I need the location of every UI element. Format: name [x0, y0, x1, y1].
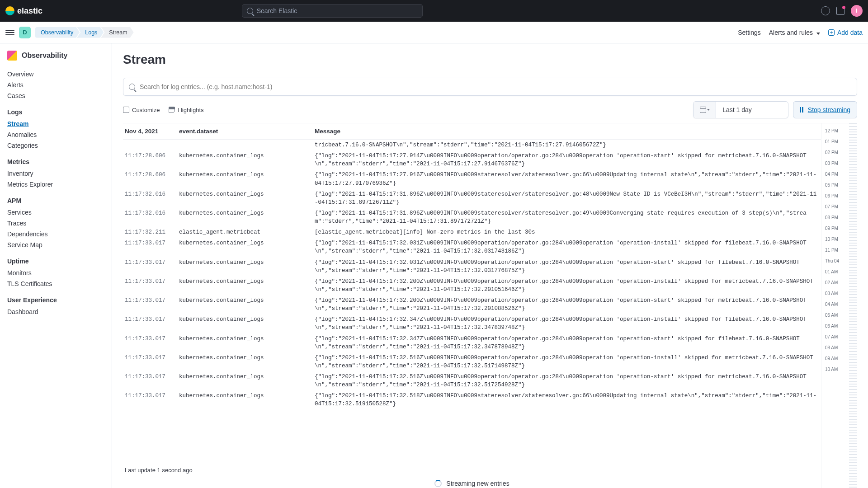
calendar-icon	[700, 107, 706, 113]
sidebar-item-cases[interactable]: Cases	[7, 90, 112, 101]
log-dataset: kubernetes.container_logs	[179, 152, 315, 168]
global-search-placeholder: Search Elastic	[257, 7, 297, 14]
sidebar-heading-user-experience: User Experience	[7, 296, 112, 304]
pause-icon	[800, 107, 804, 113]
log-row[interactable]: 11:17:28.606kubernetes.container_logs{"l…	[123, 169, 821, 188]
log-row[interactable]: 11:17:32.016kubernetes.container_logs{"l…	[123, 208, 821, 227]
elastic-logo-icon	[5, 6, 14, 15]
sliders-icon	[123, 107, 129, 113]
log-dataset: kubernetes.container_logs	[179, 258, 315, 275]
log-time: 11:17:28.606	[125, 152, 179, 168]
log-message: {"log":"2021-11-04T15:17:31.896Z\u0009IN…	[315, 190, 819, 206]
sidebar-item-overview[interactable]: Overview	[7, 69, 112, 80]
log-row[interactable]: 11:17:33.017kubernetes.container_logs{"l…	[123, 333, 821, 352]
log-time: 11:17:33.017	[125, 373, 179, 389]
space-selector[interactable]: D	[19, 27, 31, 38]
log-row[interactable]: 11:17:33.017kubernetes.container_logs{"l…	[123, 314, 821, 333]
log-dataset: kubernetes.container_logs	[179, 190, 315, 206]
log-dataset: elastic_agent.metricbeat	[179, 228, 315, 236]
log-message: {"log":"2021-11-04T15:17:32.200Z\u0009IN…	[315, 277, 819, 294]
log-row[interactable]: 11:17:33.017kubernetes.container_logs{"l…	[123, 276, 821, 295]
log-dataset: kubernetes.container_logs	[179, 354, 315, 370]
stream-button-label: Stop streaming	[808, 106, 850, 113]
log-dataset: kubernetes.container_logs	[179, 335, 315, 351]
sub-header: D ObservabilityLogsStream Settings Alert…	[0, 22, 868, 43]
newsfeed-icon[interactable]	[836, 7, 844, 15]
stop-streaming-button[interactable]: Stop streaming	[793, 101, 857, 118]
log-dataset	[179, 141, 315, 149]
nav-toggle-icon[interactable]	[5, 30, 14, 35]
log-search-input[interactable]	[123, 78, 857, 96]
observability-icon	[7, 51, 17, 61]
sidebar-title[interactable]: Observability	[7, 51, 112, 61]
sidebar-item-stream[interactable]: Stream	[7, 118, 112, 129]
chevron-down-icon	[816, 33, 820, 35]
highlight-icon	[169, 107, 175, 113]
log-message: {"log":"2021-11-04T15:17:32.518Z\u0009IN…	[315, 392, 819, 408]
minimap-density	[849, 123, 857, 488]
settings-link[interactable]: Settings	[738, 29, 761, 36]
log-row[interactable]: 11:17:33.017kubernetes.container_logs{"l…	[123, 295, 821, 314]
log-row[interactable]: 11:17:33.017kubernetes.container_logs{"l…	[123, 352, 821, 371]
sidebar-item-inventory[interactable]: Inventory	[7, 168, 112, 179]
sidebar-item-monitors[interactable]: Monitors	[7, 267, 112, 278]
sidebar-item-service-map[interactable]: Service Map	[7, 239, 112, 250]
search-icon	[247, 8, 253, 14]
elastic-logo[interactable]: elastic	[5, 6, 42, 16]
sidebar-item-metrics-explorer[interactable]: Metrics Explorer	[7, 179, 112, 190]
time-minimap[interactable]: 12 PM01 PM02 PM03 PM04 PM05 PM06 PM07 PM…	[821, 123, 857, 488]
add-data-label: Add data	[837, 29, 863, 36]
log-message: {"log":"2021-11-04T15:17:32.200Z\u0009IN…	[315, 296, 819, 313]
log-row[interactable]: 11:17:33.017kubernetes.container_logs{"l…	[123, 371, 821, 390]
date-quick-select[interactable]	[693, 102, 716, 118]
global-search[interactable]: Search Elastic	[242, 4, 423, 18]
sidebar-item-dependencies[interactable]: Dependencies	[7, 229, 112, 239]
log-dataset: kubernetes.container_logs	[179, 277, 315, 294]
sidebar-item-dashboard[interactable]: Dashboard	[7, 306, 112, 317]
sidebar-item-alerts[interactable]: Alerts	[7, 80, 112, 90]
breadcrumb-observability[interactable]: Observability	[35, 27, 80, 38]
date-range-label: Last 1 day	[716, 106, 788, 113]
col-timestamp[interactable]: Nov 4, 2021	[125, 128, 179, 135]
log-row[interactable]: 11:17:33.017kubernetes.container_logs{"l…	[123, 257, 821, 276]
log-row[interactable]: 11:17:33.017kubernetes.container_logs{"l…	[123, 238, 821, 257]
sidebar-item-services[interactable]: Services	[7, 207, 112, 218]
log-row[interactable]: 11:17:28.606kubernetes.container_logs{"l…	[123, 150, 821, 169]
plus-circle-icon	[828, 29, 835, 36]
chevron-down-icon	[707, 109, 710, 111]
log-row[interactable]: 11:17:32.211elastic_agent.metricbeat[ela…	[123, 227, 821, 238]
alerts-rules-menu[interactable]: Alerts and rules	[769, 29, 820, 36]
sidebar-item-tls-certificates[interactable]: TLS Certificates	[7, 278, 112, 289]
date-range-picker[interactable]: Last 1 day	[693, 101, 788, 118]
toolbar: Customize Highlights Last 1 day Stop str…	[123, 101, 857, 118]
streaming-text: Streaming new entries	[446, 480, 509, 487]
sidebar-item-categories[interactable]: Categories	[7, 140, 112, 151]
sidebar-heading-metrics: Metrics	[7, 158, 112, 165]
log-time: 11:17:32.016	[125, 190, 179, 206]
breadcrumb: ObservabilityLogsStream	[35, 27, 134, 38]
user-avatar[interactable]: I	[851, 5, 863, 17]
sidebar-item-traces[interactable]: Traces	[7, 218, 112, 229]
log-row[interactable]: 11:17:33.017kubernetes.container_logs{"l…	[123, 390, 821, 409]
log-message: {"log":"2021-11-04T15:17:32.031Z\u0009IN…	[315, 239, 819, 255]
log-row[interactable]: tricbeat.7.16.0-SNAPSHOT\n","stream":"st…	[123, 140, 821, 150]
logs-body[interactable]: tricbeat.7.16.0-SNAPSHOT\n","stream":"st…	[123, 140, 821, 462]
log-search-field[interactable]	[140, 83, 851, 90]
highlights-button[interactable]: Highlights	[169, 107, 203, 113]
customize-button[interactable]: Customize	[123, 107, 160, 113]
search-icon	[129, 84, 135, 90]
add-data-link[interactable]: Add data	[828, 29, 863, 36]
log-dataset: kubernetes.container_logs	[179, 392, 315, 408]
log-message: [elastic_agent.metricbeat][info] Non-zer…	[315, 228, 819, 236]
help-icon[interactable]	[821, 6, 830, 15]
sidebar-heading-logs: Logs	[7, 108, 112, 116]
page-title: Stream	[123, 52, 857, 67]
sidebar-item-anomalies[interactable]: Anomalies	[7, 129, 112, 140]
breadcrumb-logs[interactable]: Logs	[77, 27, 104, 38]
col-message[interactable]: Message	[315, 128, 819, 135]
brand-text: elastic	[17, 6, 42, 16]
log-time: 11:17:33.017	[125, 392, 179, 408]
log-message: {"log":"2021-11-04T15:17:27.914Z\u0009IN…	[315, 152, 819, 168]
log-row[interactable]: 11:17:32.016kubernetes.container_logs{"l…	[123, 189, 821, 208]
col-dataset[interactable]: event.dataset	[179, 128, 315, 135]
